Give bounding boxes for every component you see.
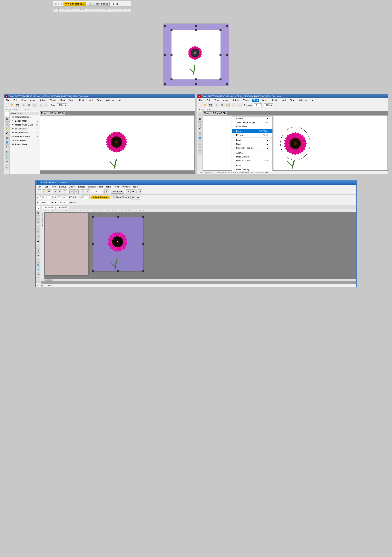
cd-zoom-fit[interactable]: ⊞ — [104, 189, 109, 194]
cd-scroll-h[interactable] — [41, 279, 356, 281]
menu-adjust[interactable]: Adjust — [38, 99, 47, 102]
cd-cut[interactable]: ✂ — [53, 189, 57, 194]
menu-selection-plugins[interactable]: Selection Plug-Ins ▶ — [232, 146, 272, 150]
select-tool-r[interactable]: ↖ — [198, 112, 202, 116]
cd-menu-bitmaps[interactable]: Bitmaps — [87, 185, 97, 188]
copy-btn-r[interactable]: ⧉ — [220, 103, 224, 107]
cd-crop-tool[interactable]: ⊡ — [36, 215, 40, 220]
cd-menu-layout[interactable]: Layout — [58, 185, 67, 188]
cd-zoom-select[interactable]: 75% 100% 50% — [92, 190, 102, 193]
add-tool[interactable]: + — [5, 165, 9, 170]
coreldraw-menubar[interactable]: File Edit View Layout Object Effects Bit… — [36, 185, 356, 189]
save-btn-r[interactable]: 💾 — [208, 103, 212, 107]
fill-tool[interactable]: 🪣 — [5, 140, 9, 145]
canvas-tab-right[interactable]: Flower_HDR.jpg (RGB) — [203, 112, 227, 115]
menu-create[interactable]: Create ▶ — [232, 116, 272, 120]
menubar-right[interactable]: File Edit View Image Adjust Effects Mask… — [197, 98, 388, 102]
cd-tab-1[interactable]: Untitled-1 — [41, 205, 55, 209]
menu-tools-r[interactable]: Tools — [289, 99, 296, 102]
cd-import[interactable]: ⬇ — [81, 189, 85, 194]
redo-btn[interactable]: ↪ — [44, 103, 48, 107]
cd-connector-tool[interactable]: ⟵ — [36, 258, 40, 262]
redo-btn-r[interactable]: ↪ — [237, 103, 241, 107]
paint-tool[interactable]: 🖌 — [5, 131, 9, 135]
menu-load[interactable]: Load ▶ — [232, 138, 272, 142]
cd-trace-bitmap[interactable]: 🔍 Trace Bitmap — [111, 196, 130, 199]
menu-remove[interactable]: Remove Ctrl+R — [232, 133, 272, 137]
menu-edit[interactable]: Edit — [12, 99, 18, 102]
menu-effects-r[interactable]: Effects — [241, 99, 250, 102]
select-tool[interactable]: ↖ — [5, 112, 9, 116]
menu-image[interactable]: Image — [28, 99, 37, 102]
menu-view-r[interactable]: View — [213, 99, 220, 102]
cd-snap-to[interactable]: Snap To ▾ — [111, 190, 124, 194]
ellipse-mask-item[interactable]: ○ Ellipse Mask J — [10, 119, 39, 123]
menu-color-mask[interactable]: Color Mask... — [232, 124, 272, 128]
cd-menu-object[interactable]: Object — [68, 185, 76, 188]
menu-file-r[interactable]: File — [198, 99, 204, 102]
cd-tab-2[interactable]: Untitled-2 — [56, 205, 69, 209]
cd-ellipse-tool[interactable]: ○ — [36, 234, 40, 238]
menu-align[interactable]: Align... — [232, 151, 272, 155]
cut-btn-r[interactable]: ✂ — [215, 103, 219, 107]
cd-select-tool[interactable]: ↖ — [36, 206, 40, 210]
freehand-mask-item[interactable]: ✏ Freehand Mask K — [10, 135, 39, 139]
cd-menu-file[interactable]: File — [37, 185, 43, 188]
cd-rectangle-tool[interactable]: □ — [36, 229, 40, 234]
cd-fill-tool2[interactable]: 🪣 — [36, 262, 40, 267]
text-tool[interactable]: T — [5, 145, 9, 149]
cd-new[interactable]: 📄 — [37, 189, 41, 194]
menu-help-r[interactable]: Help — [310, 99, 317, 102]
menu-effects-left[interactable]: Effects — [48, 99, 57, 102]
rectangle-mask-item[interactable]: □ Rectangle Mask R — [10, 115, 39, 119]
menu-view[interactable]: View — [20, 99, 27, 102]
cd-text-tool2[interactable]: T — [36, 244, 40, 248]
menu-mask-r[interactable]: Mask — [252, 99, 259, 102]
menu-window-left[interactable]: Window — [105, 99, 115, 102]
menu-invert[interactable]: Invert Ctrl+Shift+I — [232, 129, 272, 133]
edit-bitmap-btn[interactable]: ✎ ✎ Edit Bitmap... — [64, 2, 86, 6]
menu-window-r[interactable]: Window — [298, 99, 308, 102]
eraser-tool-r[interactable]: ◻ — [198, 131, 202, 135]
cd-h-input[interactable] — [54, 201, 68, 204]
cd-redo[interactable]: ↪ — [74, 189, 79, 194]
save-btn[interactable]: 💾 — [15, 103, 19, 107]
magic-wand-item[interactable]: ✦ Magic Wand Mask W — [10, 123, 39, 127]
menubar-left[interactable]: File Edit View Image Adjust Effects Mask… — [4, 98, 195, 102]
brush-mask-item[interactable]: ⊙ Brush Mask B — [10, 139, 39, 142]
new-btn-r[interactable]: 📄 — [198, 103, 202, 107]
menu-mask-left[interactable]: Mask — [59, 99, 66, 102]
add-tool-r[interactable]: + — [198, 151, 202, 155]
cd-freehand-tool[interactable]: ✏ — [36, 225, 40, 229]
tolerance-input[interactable] — [254, 103, 262, 107]
menu-file[interactable]: File — [5, 99, 11, 102]
eraser-tool[interactable]: ◻ — [5, 136, 9, 140]
cut-btn[interactable]: ✂ — [22, 103, 26, 107]
crop-tool-r[interactable]: ⊡ — [198, 117, 202, 121]
menu-movie-r[interactable]: Movie — [271, 99, 279, 102]
clone-tool[interactable]: ⊕ — [5, 150, 9, 154]
trace-bitmap-btn[interactable]: 🔍 🔍 Trace Bitmap — [87, 2, 110, 6]
cd-menu-effects[interactable]: Effects — [77, 185, 86, 188]
paste-btn-r[interactable]: 📋 — [225, 103, 230, 107]
menu-object-r[interactable]: Object — [261, 99, 270, 102]
magnetic-mask-item[interactable]: ⊛ Magnetic Mask 4 — [10, 131, 39, 135]
cd-menu-window[interactable]: Window — [121, 185, 131, 188]
cd-options[interactable]: ⚙ — [138, 189, 142, 194]
menu-web-r[interactable]: Web — [281, 99, 287, 102]
menu-object-left[interactable]: Object — [68, 99, 76, 102]
cd-menu-table[interactable]: Table — [105, 185, 112, 188]
cd-w-input[interactable] — [55, 196, 68, 199]
cd-align1[interactable]: ⊣ — [126, 189, 130, 194]
text-tool-r[interactable]: T — [198, 140, 202, 145]
cd-copy[interactable]: ⧉ — [58, 189, 62, 194]
cd-angle-input[interactable] — [80, 196, 88, 199]
cd-export[interactable]: ⬆ — [86, 189, 90, 194]
cd-menu-tools[interactable]: Tools — [113, 185, 120, 188]
menu-mask-outline[interactable]: Mask Outline — [232, 155, 272, 159]
cd-scrollbar-thumb[interactable] — [45, 279, 53, 281]
undo-btn-r[interactable]: ↩ — [232, 103, 236, 107]
path-tool[interactable]: ⊗ — [5, 159, 9, 163]
open-btn-r[interactable]: 📂 — [203, 103, 207, 107]
menu-paint-on-mask[interactable]: Paint on Mask Ctrl+K — [232, 159, 272, 163]
